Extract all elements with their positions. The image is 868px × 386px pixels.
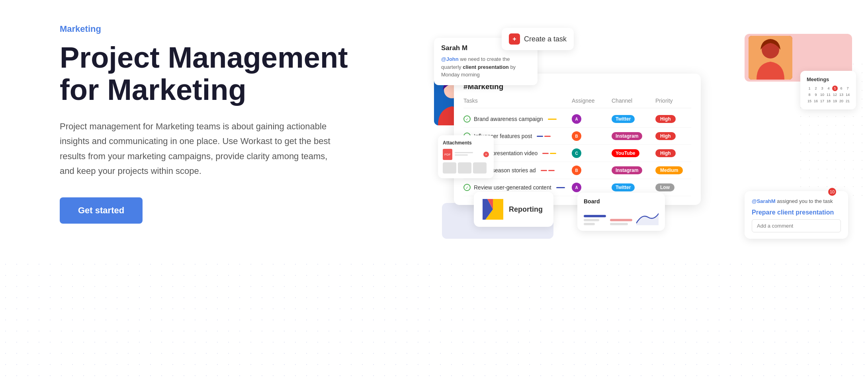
channel-cell: Twitter xyxy=(612,183,655,191)
channel-cell: Twitter xyxy=(612,115,655,123)
assignee-avatar: A xyxy=(572,183,581,192)
attachments-card: Attachments PDF × xyxy=(438,135,494,178)
assignee-cell: C xyxy=(572,148,612,158)
cal-day: 3 xyxy=(819,86,825,91)
priority-cell: Medium xyxy=(655,166,691,174)
left-content: Marketing Project Management for Marketi… xyxy=(60,24,362,224)
person-avatar-photo xyxy=(749,36,792,80)
col-channel: Channel xyxy=(612,97,655,104)
assignee-avatar: A xyxy=(572,114,581,124)
assignee-avatar: B xyxy=(572,131,581,141)
mini-calendar: 1 2 3 4 5 6 7 8 9 10 11 12 13 14 15 16 1… xyxy=(807,86,850,104)
sarah-name: Sarah M xyxy=(441,44,467,52)
mention-john: @John xyxy=(441,56,459,62)
meetings-title: Meetings xyxy=(807,76,850,82)
get-started-button[interactable]: Get started xyxy=(60,197,143,224)
sarah-message: @John we need to create the quarterly cl… xyxy=(441,55,530,79)
create-task-card[interactable]: Create a task xyxy=(502,28,574,50)
cal-day: 8 xyxy=(807,92,812,97)
priority-cell: Low xyxy=(655,183,691,191)
col-assignee: Assignee xyxy=(572,97,612,104)
check-icon xyxy=(463,115,471,123)
col-priority: Priority xyxy=(655,97,691,104)
priority-cell: High xyxy=(655,115,691,123)
task-link[interactable]: Prepare client presentation xyxy=(752,209,834,216)
cal-day: 10 xyxy=(819,92,825,97)
table-row: Brand awareness campaign A Twitter High xyxy=(463,111,691,128)
table-header: Tasks Assignee Channel Priority xyxy=(463,97,691,108)
channel-cell: Instagram xyxy=(612,132,655,140)
assignee-cell: A xyxy=(572,114,612,124)
create-task-icon xyxy=(509,33,520,45)
description-text: Project management for Marketing teams i… xyxy=(60,119,330,179)
cal-day: 7 xyxy=(845,86,850,91)
cal-day: 12 xyxy=(832,92,838,97)
cal-day: 9 xyxy=(813,92,819,97)
assignee-cell: B xyxy=(572,131,612,141)
cal-day: 14 xyxy=(845,92,850,97)
priority-cell: High xyxy=(655,149,691,157)
cal-day: 20 xyxy=(839,98,844,104)
pdf-icon: PDF xyxy=(443,149,452,160)
task-cell: Brand awareness campaign xyxy=(463,115,572,123)
cal-day-active: 5 xyxy=(832,86,838,91)
cal-day: 18 xyxy=(826,98,831,104)
cal-day: 11 xyxy=(826,92,831,97)
cal-day: 13 xyxy=(839,92,844,97)
assignee-avatar: B xyxy=(572,166,581,175)
col-tasks: Tasks xyxy=(463,97,572,104)
cal-day: 15 xyxy=(807,98,812,104)
right-ui-mockup: Create a task Sarah M ... @John we need … xyxy=(434,12,856,251)
svg-point-9 xyxy=(485,201,501,217)
cal-day: 17 xyxy=(819,98,825,104)
marketing-label: Marketing xyxy=(60,24,362,34)
task-cell: Review user-generated content xyxy=(463,184,572,191)
add-comment-input[interactable] xyxy=(752,219,841,232)
attachments-title: Attachments xyxy=(443,140,489,146)
attachment-item: PDF × xyxy=(443,149,489,160)
reporting-label: Reporting xyxy=(509,205,543,214)
remove-button[interactable]: × xyxy=(483,152,489,157)
cal-day: 2 xyxy=(813,86,819,91)
create-task-label: Create a task xyxy=(524,35,567,43)
table-row: Influencer features post B Instagram Hig… xyxy=(463,128,691,145)
table-row: End-of-season stories ad B Instagram Med… xyxy=(463,162,691,179)
main-heading: Project Management for Marketing xyxy=(60,41,362,106)
comment-notification-card: 10 @SarahM assigned you to the task Prep… xyxy=(745,191,848,239)
cal-day: 4 xyxy=(826,86,831,91)
check-icon xyxy=(463,184,471,191)
cal-day: 16 xyxy=(813,98,819,104)
meetings-card: Meetings 1 2 3 4 5 6 7 8 9 10 11 12 13 1… xyxy=(800,71,856,109)
assignee-cell: A xyxy=(572,183,612,192)
cal-day: 19 xyxy=(832,98,838,104)
pie-chart xyxy=(483,199,503,220)
reporting-card: Reporting xyxy=(474,192,553,227)
board-title: Board xyxy=(584,198,659,205)
notification-badge: 10 xyxy=(828,188,836,196)
board-chart-svg xyxy=(636,209,659,225)
attachment-lines xyxy=(455,152,481,157)
cal-day: 1 xyxy=(807,86,812,91)
table-row: Create presentation video C YouTube High xyxy=(463,145,691,162)
comment-notification-text: @SarahM assigned you to the task xyxy=(752,197,841,205)
board-card: Board xyxy=(577,193,665,231)
assignee-avatar: C xyxy=(572,148,581,158)
assignee-cell: B xyxy=(572,166,612,175)
channel-cell: Instagram xyxy=(612,166,655,174)
dot-grid-background xyxy=(0,259,868,386)
channel-cell: YouTube xyxy=(612,149,655,157)
cal-day: 21 xyxy=(845,98,850,104)
cal-day: 6 xyxy=(839,86,844,91)
priority-cell: High xyxy=(655,132,691,140)
